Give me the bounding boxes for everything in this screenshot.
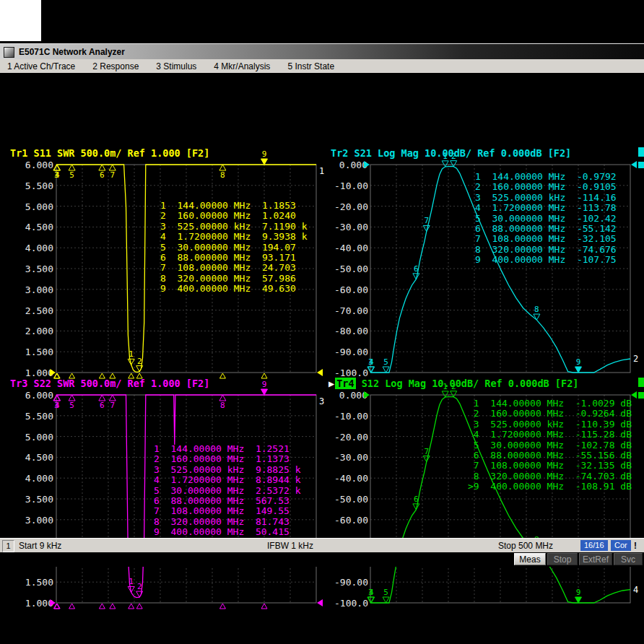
svg-text:7: 7 xyxy=(110,170,115,180)
warning-indicator: ! xyxy=(634,541,637,551)
marker-table-tr2: 1 144.00000 MHz -0.9792 2 160.00000 MHz … xyxy=(475,172,617,266)
ifbw-label: IFBW 1 kHz xyxy=(267,541,313,551)
svg-text:2: 2 xyxy=(633,354,638,364)
svg-text:6: 6 xyxy=(414,495,419,504)
svg-text:8: 8 xyxy=(534,305,539,314)
menu-item-mkr-analysis[interactable]: 4 Mkr/Analysis xyxy=(206,61,280,71)
svg-text:4: 4 xyxy=(55,401,60,410)
svg-text:6: 6 xyxy=(100,170,105,180)
indicator-svc: Svc xyxy=(614,553,643,565)
main-display: Tr1 S11 SWR 500.0m/ Ref 1.000 [F2]6.0005… xyxy=(0,73,644,538)
marker-table-tr1: 1 144.00000 MHz 1.1853 2 160.00000 MHz 1… xyxy=(160,201,308,295)
sweep-start-label: Start 9 kHz xyxy=(19,541,61,551)
menu-item-active-ch-trace[interactable]: 1 Active Ch/Trace xyxy=(0,61,85,71)
sweep-stop-label: Stop 500 MHz xyxy=(498,541,553,551)
svg-text:9: 9 xyxy=(262,380,267,389)
svg-text:8: 8 xyxy=(220,401,225,410)
edge-indicator xyxy=(638,162,644,168)
indicator-stop: Stop xyxy=(547,553,578,565)
softkey-bar: Meas Stop ExtRef Svc xyxy=(0,552,644,567)
svg-text:1: 1 xyxy=(319,166,324,176)
channel-indicator: 1 xyxy=(2,540,14,552)
svg-text:6: 6 xyxy=(100,401,105,410)
svg-text:1: 1 xyxy=(129,577,134,586)
svg-text:9: 9 xyxy=(576,357,581,367)
svg-text:6: 6 xyxy=(414,264,419,274)
svg-text:5: 5 xyxy=(69,401,74,410)
svg-text:2: 2 xyxy=(137,357,142,366)
svg-text:4: 4 xyxy=(369,357,374,367)
status-bar: 1 Start 9 kHz IFBW 1 kHz Stop 500 MHz 16… xyxy=(0,538,644,553)
active-trace-chip: Tr4 xyxy=(335,378,355,389)
indicator-extref: ExtRef xyxy=(579,553,612,565)
svg-text:4: 4 xyxy=(633,585,638,595)
svg-text:5: 5 xyxy=(69,170,74,180)
menu-item-response[interactable]: 2 Response xyxy=(85,61,149,71)
svg-text:7: 7 xyxy=(424,447,429,456)
svg-text:5: 5 xyxy=(383,588,388,597)
averaging-counter: 16/16 xyxy=(580,540,608,551)
window-title: E5071C Network Analyzer xyxy=(19,47,125,57)
edge-indicator xyxy=(638,392,644,399)
svg-text:4: 4 xyxy=(55,170,60,180)
window-titlebar[interactable]: E5071C Network Analyzer xyxy=(0,43,644,60)
svg-text:1: 1 xyxy=(443,152,448,161)
marker-table-tr4: 1 144.00000 MHz -1.0029 dB 2 160.00000 M… xyxy=(468,399,632,492)
correction-indicator: Cor xyxy=(611,540,631,551)
menu-item-stimulus[interactable]: 3 Stimulus xyxy=(149,61,206,71)
svg-text:2: 2 xyxy=(137,582,142,591)
svg-text:7: 7 xyxy=(110,401,115,410)
svg-text:5: 5 xyxy=(383,357,388,367)
svg-text:2: 2 xyxy=(451,382,456,391)
active-trace-arrow: ▶ xyxy=(328,378,334,389)
svg-text:1: 1 xyxy=(129,349,134,359)
svg-text:8: 8 xyxy=(220,170,225,180)
svg-text:9: 9 xyxy=(262,149,267,159)
app-icon xyxy=(4,47,14,58)
svg-text:3: 3 xyxy=(319,396,324,406)
svg-text:7: 7 xyxy=(424,216,429,225)
svg-text:9: 9 xyxy=(576,588,581,597)
edge-indicator xyxy=(638,378,644,387)
menu-bar: 1 Active Ch/Trace 2 Response 3 Stimulus … xyxy=(0,59,644,74)
menu-item-instr-state[interactable]: 5 Instr State xyxy=(280,61,344,71)
softkey-meas[interactable]: Meas xyxy=(514,553,546,565)
edge-indicator xyxy=(638,147,644,157)
svg-text:4: 4 xyxy=(369,588,374,597)
svg-text:1: 1 xyxy=(443,382,448,391)
marker-table-tr3: 1 144.00000 MHz 1.2521 2 160.00000 MHz 1… xyxy=(154,444,301,538)
svg-text:2: 2 xyxy=(451,152,456,161)
desktop-corner xyxy=(0,0,41,41)
